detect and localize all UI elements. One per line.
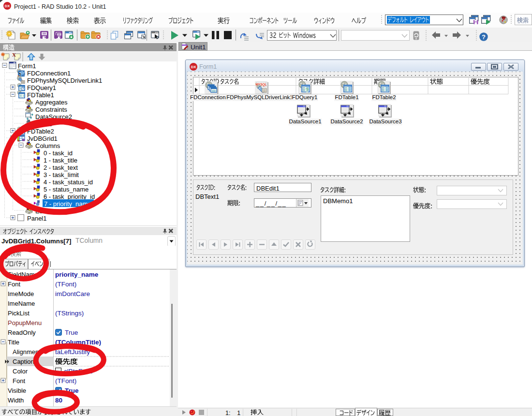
svg-text:?: ?: [482, 33, 486, 41]
svg-text:?: ?: [305, 87, 309, 94]
svg-text:DX: DX: [191, 65, 196, 69]
